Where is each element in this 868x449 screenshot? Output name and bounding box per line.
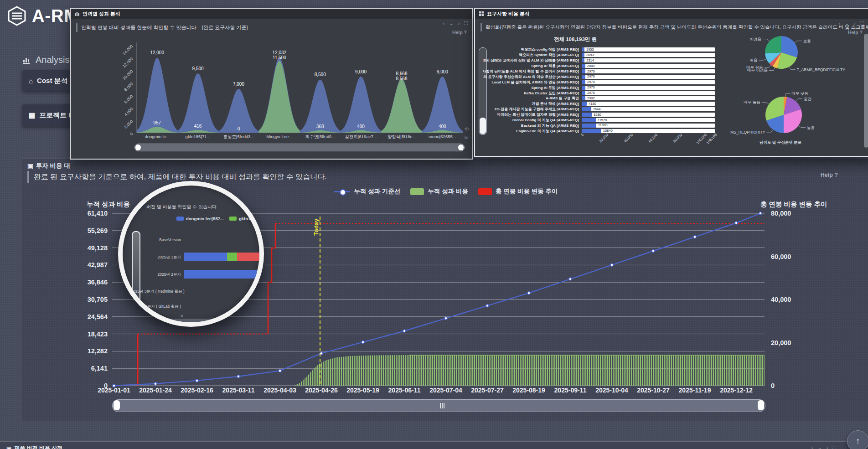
data-point-dot[interactable] (279, 369, 281, 372)
restore-icon[interactable]: ⟲ (465, 126, 469, 132)
magnifier-stacked-bar[interactable] (184, 270, 259, 279)
person-bell-group[interactable]: 8,500368최수연[5ffe49... (300, 72, 341, 139)
data-point-dot[interactable] (652, 250, 655, 253)
bell-value-label: 9,000 (355, 69, 367, 74)
requirement-bar-row[interactable]: [ARMS-REQ] Spring AI 적용2880 (483, 63, 715, 69)
expand-icon[interactable]: ⛶ (860, 21, 863, 26)
person-bell-group[interactable]: 9,500416gkfn185[71... (177, 66, 218, 139)
bell-value-label: 0 (238, 126, 240, 131)
data-point-dot[interactable] (237, 375, 240, 378)
magnifier-vertical-slider[interactable] (132, 231, 140, 306)
personnel-chart-scrollbar[interactable] (134, 144, 465, 151)
requirement-bar-row[interactable]: [ARMS-REQ] Local LLM 을 설치하여, ARMS 와 연동29… (483, 79, 715, 85)
person-bell-group[interactable]: 12,000957dongmin le... (137, 50, 178, 139)
bar-value-label: 11520 (598, 118, 607, 122)
scrollbar-handle-left[interactable] (135, 145, 141, 150)
requirement-bar-row[interactable]: [ARMS-REQ] 백오피스 config 작업1955 (483, 47, 715, 52)
version-panel-title: ▣ 제품 버전 비용 산정 (6, 444, 62, 449)
bar-value-label: 7644 (593, 107, 601, 111)
requirement-bar-row[interactable]: [ARMS-REQ] 백오피스 System 작업2093 (483, 52, 715, 58)
person-bell-group[interactable]: 12,03211,500Mingyu Lee... (259, 50, 300, 139)
bar-track: 4180 (582, 102, 715, 106)
person-bell-group[interactable]: 8,6688,568양형석[5f18c... (381, 71, 422, 139)
frame-icon[interactable]: ⊡ (465, 134, 469, 140)
y-axis-tick-label: 12,000 (122, 57, 134, 69)
x-axis-tick-label: 20,000 (594, 133, 610, 149)
chevron-down-icon[interactable]: ⌄ (845, 21, 849, 26)
chevron-right-icon[interactable]: › (458, 21, 460, 26)
scrollbar-handle-right[interactable] (458, 145, 464, 150)
data-point-dot[interactable] (154, 382, 157, 385)
data-point-dot[interactable] (693, 236, 696, 238)
bell-value-label: 416 (194, 124, 202, 129)
data-point-dot[interactable] (362, 341, 364, 344)
requirement-pie-charts[interactable]: 보통T_ARMS_REQDIFFICULTY매우 어려움매우 쉬움쉬움어려움매우… (730, 22, 867, 155)
expand-icon[interactable]: ⛶ (832, 445, 836, 449)
personnel-panel-header[interactable]: 인력별 성과 분석 (71, 9, 472, 19)
scrollbar-grip[interactable] (439, 403, 445, 408)
data-point-dot[interactable] (486, 304, 489, 307)
data-point-dot[interactable] (527, 292, 530, 294)
x-axis-tick-label: 0 (569, 133, 585, 149)
cumulative-perf-cost-area[interactable] (294, 355, 765, 386)
data-point-dot[interactable] (735, 222, 738, 224)
chevron-left-icon[interactable]: ‹ (839, 21, 841, 26)
x-axis-tick-label: 2025-08-19 (512, 387, 545, 394)
requirement-bar-row[interactable]: [ARMS-REQ] ES 전용 게시판 기능을 구현해 주세요7644 (483, 107, 715, 112)
requirement-bar-row[interactable]: [ARMS-REQ] 개발 문서 작성4180 (483, 101, 715, 107)
magnifier-xtick-label: 0 (180, 314, 184, 319)
requirement-bar-row[interactable]: [ARMS-REQ] ARMS의 상태와 고객사의 상태 및 ALM 의 상태를… (483, 58, 715, 63)
bar-value-label: 2093 (586, 53, 594, 57)
chevron-right-icon[interactable]: › (827, 445, 828, 449)
legend-swatch (229, 217, 237, 221)
data-point-dot[interactable] (610, 263, 613, 266)
chevron-right-icon[interactable]: › (854, 21, 856, 26)
data-point-dot[interactable] (403, 330, 406, 332)
scrollbar-handle-right[interactable] (758, 400, 764, 410)
requirement-bar-chart[interactable]: [ARMS-REQ] 백오피스 config 작업1955[ARMS-REQ] … (483, 47, 715, 134)
bar-track: 2970 (582, 69, 715, 73)
x-axis-tick-label: 2025-05-19 (346, 387, 379, 394)
person-bell-group[interactable]: 7,0000홍성효[5fedd3... (218, 82, 259, 139)
requirement-bar-row[interactable]: [ARMS-REQ] 데이터는 최신 업데이트 일자로 정렬8280 (483, 112, 715, 118)
requirement-bar-row[interactable]: [ARMS-REQ] Global Config 의 기능 QA11520 (483, 118, 715, 123)
bar-value-label: 8280 (594, 113, 601, 117)
bell-value-label: 400 (357, 124, 365, 129)
difficulty-pie-slice[interactable] (765, 36, 781, 53)
data-point-dot[interactable] (444, 317, 447, 320)
magnifier-stacked-bar[interactable] (184, 253, 259, 261)
data-point-dot[interactable] (569, 278, 572, 280)
bell-value-label: 400 (439, 124, 446, 129)
scrollbar-handle-left[interactable] (114, 400, 120, 410)
data-point-dot[interactable] (196, 379, 198, 382)
chevron-left-icon[interactable]: ‹ (443, 21, 445, 26)
left-axis-tick-label: 12,282 (88, 347, 108, 355)
help-link[interactable]: Help ? (848, 30, 863, 35)
magnifier-legend-item[interactable]: dongmin lee[557... (176, 216, 224, 222)
requirement-bar-row[interactable]: [ARMS-REQ] 요구사항의 난이도를 ALM 에서 확인 할 수 없어서.… (483, 69, 715, 74)
expand-icon[interactable]: ⛶ (464, 21, 468, 26)
requirement-panel-header[interactable]: 요구사항 비용 분석 (475, 9, 868, 19)
scroll-top-button[interactable]: ↑ (847, 430, 868, 449)
person-bell-group[interactable]: 9,000400moon[62655... (422, 69, 463, 139)
requirement-bar-row[interactable]: [ARMS-REQ] ARMS의 요구사항 우선순위와 ALM 의 이슈 우선순… (483, 74, 715, 79)
magnifier-overlay[interactable]: 버전 별 비용을 확인할 수 있습니다. dongmin lee[557...g… (118, 181, 264, 327)
person-bell-group[interactable]: 9,000400김천희[619ae7... (341, 69, 382, 139)
y-axis-tick-label: 2,000 (123, 119, 134, 129)
chevron-left-icon[interactable]: ‹ (811, 445, 813, 449)
requirement-bar-row[interactable]: [ARMS-REQ] Kafka Cluster 도입2970 (483, 90, 715, 96)
chart-x-zoom-scrollbar[interactable] (112, 399, 765, 412)
help-link[interactable]: Help ? (452, 30, 467, 35)
magnifier-category-label: 2025년 2분기 (131, 272, 181, 278)
analysis-chart-icon (22, 56, 31, 64)
requirement-label: A-RMS 팀 구성 확인 (483, 96, 579, 101)
chevron-down-icon[interactable]: ⌄ (817, 445, 822, 449)
chevron-down-icon[interactable]: ⌄ (449, 21, 453, 26)
data-point-dot[interactable] (759, 212, 762, 215)
requirement-bar-row[interactable]: A-RMS 팀 구성 확인2992 (483, 96, 715, 101)
requirement-panel-scrollbar[interactable] (864, 34, 868, 148)
data-point-dot[interactable] (113, 384, 115, 387)
requirement-bar-row[interactable]: [ARMS-REQ] Spring Ai 도입2970 (483, 85, 715, 90)
requirement-label: [ARMS-REQ] ARMS의 상태와 고객사의 상태 및 ALM 의 상태를… (483, 58, 579, 63)
requirement-bar-row[interactable]: [ARMS-REQ] Backend 의 기능 QA11880 (483, 123, 715, 128)
